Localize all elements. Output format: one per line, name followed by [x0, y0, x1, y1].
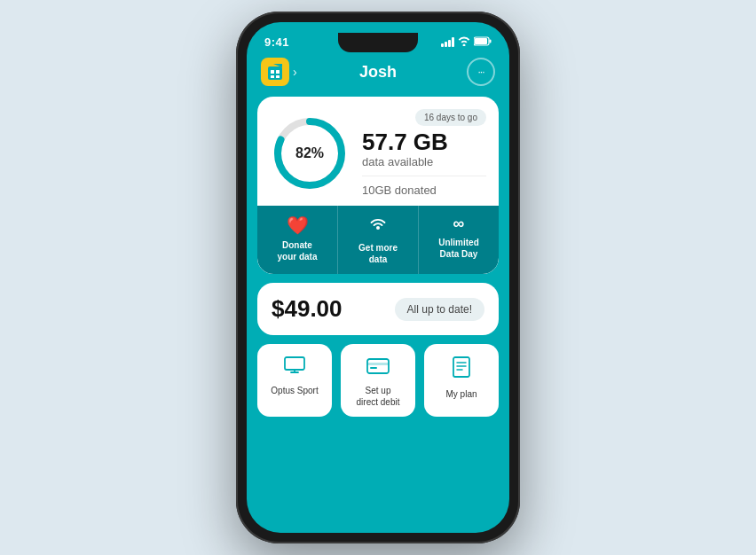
battery-icon — [474, 36, 492, 48]
main-content: 16 days to go 82% — [247, 97, 509, 533]
phone-screen: 9:41 — [247, 22, 509, 533]
data-donated: 10GB donated — [362, 184, 486, 197]
data-info: 57.7 GB data available 10GB donated — [362, 109, 486, 197]
infinity-icon: ∞ — [453, 215, 465, 233]
svg-rect-9 — [276, 75, 280, 78]
status-icons — [441, 36, 492, 48]
chat-button[interactable]: ··· — [467, 58, 495, 86]
wifi-icon — [458, 36, 470, 48]
chevron-right-icon: › — [293, 65, 297, 79]
get-more-label: Get moredata — [358, 242, 398, 265]
svg-rect-17 — [367, 363, 389, 365]
chat-icon: ··· — [477, 66, 484, 78]
optus-sport-tile[interactable]: Optus Sport — [257, 344, 332, 417]
donate-label: Donateyour data — [277, 239, 317, 262]
sim-icon-button[interactable] — [261, 58, 289, 86]
phone-notch — [338, 33, 418, 52]
my-plan-label: My plan — [445, 388, 476, 400]
svg-rect-13 — [285, 357, 304, 370]
status-time: 9:41 — [264, 35, 289, 49]
donut-percentage: 82% — [295, 145, 324, 161]
direct-debit-tile[interactable]: Set updirect debit — [341, 344, 415, 417]
heart-icon: ❤️ — [287, 215, 309, 236]
svg-rect-3 — [268, 66, 282, 80]
monitor-icon — [284, 356, 305, 379]
phone-frame: 9:41 — [236, 12, 520, 543]
unlimited-label: UnlimitedData Day — [438, 237, 479, 260]
data-top-row: 82% 57.7 GB data available 10GB donated — [270, 109, 486, 197]
user-name: Josh — [359, 63, 397, 82]
svg-rect-7 — [276, 70, 280, 74]
svg-rect-18 — [370, 367, 377, 369]
unlimited-data-day-button[interactable]: ∞ UnlimitedData Day — [419, 206, 499, 274]
data-gb: 57.7 GB — [362, 130, 486, 153]
plan-icon — [453, 356, 470, 383]
svg-rect-19 — [453, 357, 469, 377]
card-icon — [366, 356, 390, 379]
tiles-row: Optus Sport Set updirect debit — [257, 344, 499, 417]
data-card: 16 days to go 82% — [257, 97, 499, 274]
bill-amount: $49.00 — [272, 295, 343, 323]
signal-wave-icon — [368, 215, 388, 238]
donut-chart: 82% — [270, 113, 350, 193]
svg-point-12 — [376, 226, 380, 230]
action-row: ❤️ Donateyour data Get moredata — [257, 206, 499, 274]
optus-sport-label: Optus Sport — [271, 385, 318, 396]
svg-rect-16 — [367, 359, 389, 373]
data-available-label: data available — [362, 155, 486, 168]
data-divider — [362, 176, 486, 176]
svg-rect-8 — [271, 75, 274, 78]
donate-data-button[interactable]: ❤️ Donateyour data — [257, 206, 338, 274]
signal-icon — [441, 36, 454, 47]
direct-debit-label: Set updirect debit — [357, 385, 400, 408]
svg-rect-2 — [490, 39, 492, 43]
my-plan-tile[interactable]: My plan — [424, 344, 499, 417]
app-header: › Josh ··· — [247, 52, 509, 97]
svg-rect-1 — [475, 38, 487, 44]
header-left: › — [261, 58, 297, 86]
bill-card: $49.00 All up to date! — [257, 283, 499, 335]
bill-status: All up to date! — [395, 298, 484, 321]
get-more-data-button[interactable]: Get moredata — [338, 206, 419, 274]
svg-rect-6 — [271, 70, 274, 74]
